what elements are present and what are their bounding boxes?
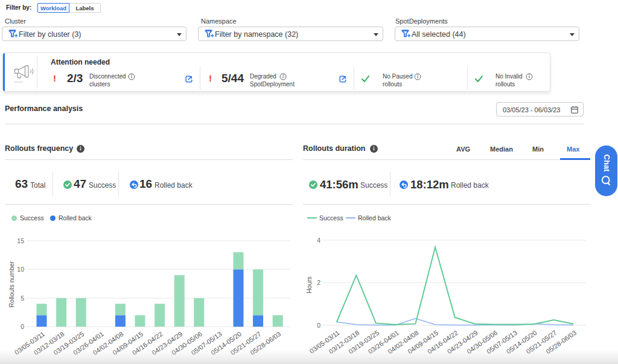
svg-text:4: 4 <box>317 237 320 244</box>
svg-text:0: 0 <box>317 322 320 329</box>
svg-text:Rollouts number: Rollouts number <box>8 261 15 307</box>
svg-text:0: 0 <box>21 323 24 330</box>
svg-text:5: 5 <box>21 295 24 302</box>
svg-text:Hours: Hours <box>305 276 313 293</box>
svg-text:2: 2 <box>317 279 320 286</box>
svg-text:15: 15 <box>17 237 24 244</box>
svg-text:10: 10 <box>17 266 24 273</box>
